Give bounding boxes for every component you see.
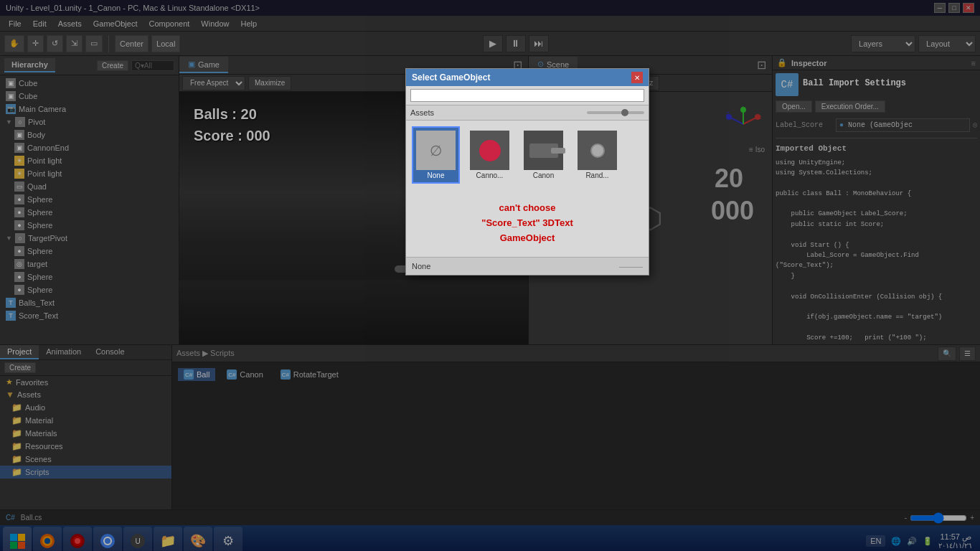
modal-bottom-bar: None ———	[406, 257, 649, 275]
modal-canon-item[interactable]: Canon	[519, 126, 567, 184]
canon-body	[529, 143, 558, 158]
modal-none-item[interactable]: ∅ None	[412, 126, 460, 184]
canon-thumb	[524, 131, 563, 170]
modal-tabs-bar: Assets	[406, 105, 649, 121]
select-gameobject-modal: Select GameObject ✕ Assets ∅ None	[405, 68, 649, 276]
modal-search-input[interactable]	[410, 89, 644, 102]
modal-message-area: can't choose"Score_Text" 3DTextGameObjec…	[406, 189, 649, 257]
modal-warning-text: can't choose"Score_Text" 3DTextGameObjec…	[418, 201, 637, 245]
modal-cannon-ball-item[interactable]: Canno...	[466, 126, 514, 184]
modal-titlebar: Select GameObject ✕	[406, 69, 649, 86]
modal-overlay: Select GameObject ✕ Assets ∅ None	[0, 0, 980, 551]
modal-title: Select GameObject	[412, 72, 490, 83]
none-thumb: ∅	[416, 131, 456, 170]
rand-label: Rand...	[585, 171, 608, 179]
none-label: None	[428, 171, 445, 179]
cannonball-thumb	[470, 131, 509, 170]
modal-bottom-label: None	[412, 262, 430, 270]
rand-thumb	[578, 131, 617, 170]
modal-assets-tab[interactable]: Assets	[410, 108, 434, 117]
modal-rand-item[interactable]: Rand...	[573, 126, 621, 184]
cannonball-sphere	[479, 140, 501, 161]
modal-items-area: ∅ None Canno... Canon	[406, 121, 649, 189]
modal-scrollbar-indicator: ———	[619, 262, 643, 270]
modal-search-area	[406, 86, 649, 105]
cannonball-label: Canno...	[476, 171, 504, 179]
modal-slider-thumb	[621, 109, 628, 116]
canon-barrel	[551, 148, 565, 154]
modal-close-btn[interactable]: ✕	[631, 72, 643, 83]
rand-icon	[590, 143, 605, 158]
canon-label: Canon	[533, 171, 554, 179]
modal-size-slider[interactable]	[587, 111, 644, 114]
